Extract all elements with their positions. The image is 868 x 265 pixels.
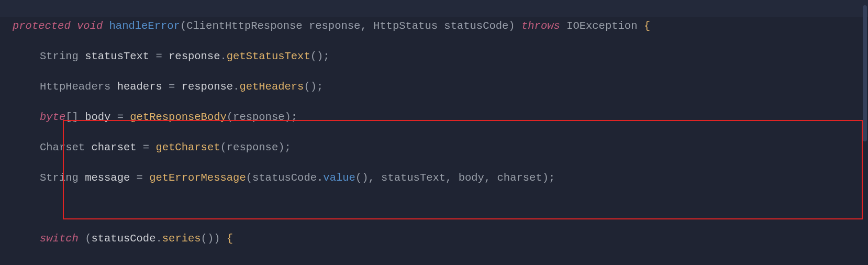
dot: .	[220, 50, 226, 62]
method-call: getErrorMessage	[149, 172, 246, 184]
brace-open: {	[644, 20, 650, 32]
code-line: byte[] body = getResponseBody(response);	[13, 109, 868, 125]
assign: =	[130, 172, 149, 184]
call-arg: response	[227, 141, 278, 153]
paren-open: (	[180, 20, 186, 32]
comma: ,	[360, 20, 373, 32]
call-arg: body	[459, 172, 484, 184]
paren-open: (	[220, 141, 227, 153]
paren-open: (	[246, 172, 252, 184]
keyword-throws: throws	[521, 20, 560, 32]
comma: ,	[484, 172, 497, 184]
method-call: getHeaders	[239, 81, 304, 93]
assign: =	[149, 50, 169, 62]
paren-close: );	[285, 111, 298, 123]
call-arg: response	[233, 111, 284, 123]
call-arg: statusText	[381, 172, 446, 184]
code-line: String message = getErrorMessage(statusC…	[13, 170, 868, 185]
enum-constant: CLIENT_ERROR	[103, 263, 180, 265]
paren-open: (	[227, 111, 233, 123]
brackets: []	[65, 111, 79, 123]
param-name: statusCode	[444, 20, 508, 32]
call-arg: charset	[497, 172, 542, 184]
parens: ();	[304, 81, 323, 93]
keyword-protected: protected	[13, 20, 71, 32]
paren-close: )	[508, 20, 515, 32]
method-call: value	[323, 172, 355, 184]
parens: ();	[310, 50, 330, 62]
method-call: getStatusText	[227, 50, 310, 62]
var-type: String	[40, 172, 79, 184]
parens: ()	[201, 233, 214, 245]
code-line: Charset charset = getCharset(response);	[13, 140, 868, 155]
keyword-switch: switch	[40, 233, 79, 245]
code-line: String statusText = response.getStatusTe…	[13, 49, 868, 64]
var-name: charset	[91, 141, 136, 153]
assign: =	[137, 141, 156, 153]
code-line: switch (statusCode.series()) {	[13, 231, 868, 246]
paren-close: );	[542, 172, 555, 184]
method-call: series	[162, 233, 201, 245]
param-name: response	[309, 20, 360, 32]
object-ref: statusCode	[91, 233, 155, 245]
comma: ,	[368, 172, 381, 184]
keyword-case: case	[70, 263, 96, 265]
object-ref: response	[182, 81, 233, 93]
assign: =	[110, 111, 130, 123]
param-type: HttpStatus	[373, 20, 438, 32]
var-type: HttpHeaders	[40, 81, 110, 93]
brace-open: {	[227, 233, 233, 245]
parens: ()	[355, 172, 369, 184]
method-call: getCharset	[155, 141, 220, 153]
dot: .	[155, 233, 162, 245]
paren-open: (	[85, 233, 91, 245]
param-type: ClientHttpResponse	[186, 20, 302, 32]
code-editor[interactable]: protected void handleError(ClientHttpRes…	[0, 0, 868, 265]
var-type: Charset	[40, 141, 85, 153]
var-type: String	[40, 50, 79, 62]
code-line: case CLIENT_ERROR:	[13, 261, 868, 265]
assign: =	[162, 81, 182, 93]
var-name: body	[85, 111, 110, 123]
keyword-void: void	[77, 20, 103, 32]
call-arg: statusCode	[252, 172, 317, 184]
exception-type: IOException	[566, 20, 637, 32]
vertical-scrollbar[interactable]	[863, 5, 867, 141]
object-ref: response	[169, 50, 220, 62]
var-name: statusText	[85, 50, 149, 62]
method-name: handleError	[109, 20, 180, 32]
colon: :	[180, 263, 186, 265]
paren-close: );	[278, 141, 291, 153]
dot: .	[233, 81, 239, 93]
comma: ,	[446, 172, 459, 184]
blank-line	[13, 201, 868, 216]
method-call: getResponseBody	[130, 111, 227, 123]
keyword-byte: byte	[40, 111, 65, 123]
code-line: HttpHeaders headers = response.getHeader…	[13, 79, 868, 94]
code-line: protected void handleError(ClientHttpRes…	[13, 18, 868, 34]
dot: .	[317, 172, 323, 184]
paren-close: )	[214, 233, 220, 245]
var-name: message	[85, 172, 130, 184]
var-name: headers	[117, 81, 162, 93]
